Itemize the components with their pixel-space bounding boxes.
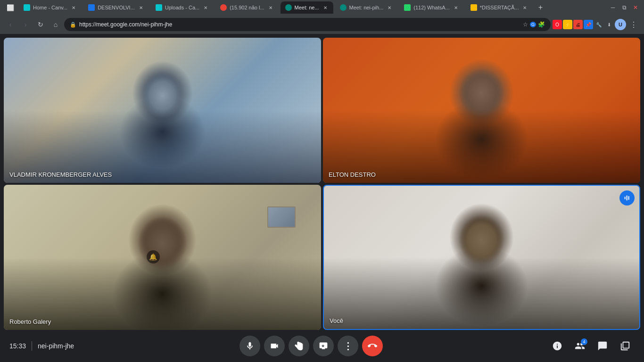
svg-rect-0	[625, 197, 626, 199]
tab-favicon-uploads	[156, 4, 162, 11]
present-button[interactable]	[313, 336, 334, 356]
address-bar[interactable]: 🔒 https://meet.google.com/nei-pihm-jhe ☆…	[64, 18, 551, 31]
participant-name-vladmir: VLADMIR KRONEMBERGER ALVES	[9, 171, 112, 178]
extension-icon[interactable]: G	[530, 22, 536, 27]
video-tile-roberto: 🔔 Roberto Galery	[4, 185, 321, 330]
bottom-center-controls: ⋮	[74, 336, 548, 356]
title-bar: ⬜ Home - Canv... ✕ DESENVOLVI... ✕ Uploa…	[0, 0, 644, 15]
navigation-bar: ‹ › ↻ ⌂ 🔒 https://meet.google.com/nei-pi…	[0, 15, 644, 34]
window-icon: ⬜	[4, 1, 17, 14]
activities-button[interactable]	[616, 337, 635, 355]
video-grid: VLADMIR KRONEMBERGER ALVES ELTON DESTRO …	[0, 34, 644, 330]
raise-hand-button[interactable]	[289, 336, 309, 356]
video-tile-voce: Você	[323, 185, 640, 330]
tab-close-gmail[interactable]: ✕	[267, 4, 274, 11]
tab-uploads[interactable]: Uploads - Ca... ✕	[151, 1, 214, 14]
tab-label-meet: Meet: ne...	[295, 5, 319, 10]
tab-close-uploads[interactable]: ✕	[202, 4, 209, 11]
tab-close-wa[interactable]: ✕	[453, 4, 459, 11]
profile-button[interactable]: U	[615, 19, 626, 30]
tab-favicon-doc	[471, 4, 477, 11]
address-bar-icons: ☆ G 🧩	[523, 21, 545, 28]
chat-button[interactable]	[593, 337, 612, 355]
bottom-left-info: 15:33 nei-pihm-jhe	[9, 341, 74, 351]
end-call-button[interactable]	[362, 336, 383, 356]
people-button[interactable]: 4	[570, 337, 589, 355]
meeting-code: nei-pihm-jhe	[38, 342, 74, 350]
bookmark-icon[interactable]: ☆	[523, 21, 528, 28]
info-button[interactable]	[548, 337, 567, 355]
tab-label-canva: Home - Canv...	[33, 5, 67, 10]
tab-favicon-gmail	[220, 4, 227, 11]
svg-rect-2	[628, 196, 629, 200]
restore-button[interactable]: ⧉	[619, 3, 629, 12]
more-options-button[interactable]: ⋮	[338, 336, 358, 356]
tab-label-gmail: (15.902 não l...	[230, 5, 264, 10]
ext-2[interactable]: 🖨	[573, 20, 583, 29]
tab-label-wa: (112) WhatsA...	[413, 5, 449, 10]
tab-favicon-dev	[88, 4, 95, 11]
close-button[interactable]: ✕	[631, 3, 640, 12]
gradient-overlay-voce	[324, 257, 639, 329]
tab-label-meet2: Meet: nei-pih...	[349, 5, 384, 10]
tab-favicon-meet2	[340, 4, 347, 11]
ext-opera[interactable]: O	[553, 20, 562, 29]
meet-bottom-bar: 15:33 nei-pihm-jhe	[0, 330, 644, 362]
forward-button[interactable]: ›	[19, 18, 32, 31]
tab-favicon-wa	[404, 4, 411, 11]
tab-favicon-meet	[285, 4, 292, 11]
window-controls: ─ ⧉ ✕	[608, 3, 640, 12]
tab-doc[interactable]: *DISSERTAÇÃ... ✕	[466, 1, 533, 14]
tab-meet2[interactable]: Meet: nei-pih... ✕	[335, 1, 398, 14]
tab-wa[interactable]: (112) WhatsA... ✕	[399, 1, 463, 14]
gradient-overlay-roberto	[4, 257, 321, 330]
ext-1[interactable]: ⚡	[563, 20, 572, 29]
tab-favicon-canva	[24, 4, 30, 11]
speaking-icon-voce	[619, 190, 635, 206]
tab-dev[interactable]: DESENVOLVI... ✕	[83, 1, 149, 14]
minimize-button[interactable]: ─	[608, 3, 618, 12]
address-text: https://meet.google.com/nei-pihm-jhe	[79, 21, 520, 28]
tab-label-dev: DESENVOLVI...	[98, 5, 135, 10]
tab-gmail[interactable]: (15.902 não l... ✕	[215, 1, 278, 14]
tab-canva[interactable]: Home - Canv... ✕	[19, 1, 82, 14]
home-button[interactable]: ⌂	[49, 18, 62, 31]
participant-name-voce: Você	[330, 317, 343, 324]
tab-close-dev[interactable]: ✕	[138, 4, 144, 11]
participant-name-roberto: Roberto Galery	[9, 318, 51, 325]
video-tile-elton: ELTON DESTRO	[323, 38, 640, 183]
notification-bell-roberto: 🔔	[147, 250, 160, 263]
puzzle-icon[interactable]: 🧩	[538, 21, 545, 28]
participants-badge: 4	[581, 338, 587, 345]
tab-label-doc: *DISSERTAÇÃ...	[480, 5, 519, 10]
bottom-divider	[32, 341, 32, 351]
reload-button[interactable]: ↻	[34, 18, 47, 31]
camera-button[interactable]	[264, 336, 285, 356]
nav-right-section: O ⚡ 🖨 📌 🔧 ⬇ U ⋮	[553, 18, 640, 31]
participant-name-elton: ELTON DESTRO	[329, 171, 376, 178]
svg-rect-1	[627, 196, 627, 201]
ext-3[interactable]: 📌	[584, 20, 593, 29]
wall-art-roberto	[267, 206, 296, 228]
tab-close-canva[interactable]: ✕	[70, 4, 77, 11]
meeting-time: 15:33	[9, 342, 26, 350]
lock-icon: 🔒	[70, 22, 76, 28]
tab-label-uploads: Uploads - Ca...	[165, 5, 199, 10]
tab-meet-active[interactable]: Meet: ne... ✕	[281, 1, 333, 14]
tab-close-meet2[interactable]: ✕	[386, 4, 393, 11]
tab-close-meet[interactable]: ✕	[322, 4, 329, 11]
tab-close-doc[interactable]: ✕	[521, 4, 528, 11]
new-tab-button[interactable]: +	[535, 2, 546, 13]
ext-5[interactable]: ⬇	[604, 20, 614, 29]
back-button[interactable]: ‹	[4, 18, 17, 31]
more-menu-button[interactable]: ⋮	[627, 18, 640, 31]
bottom-right-icons: 4	[548, 337, 635, 355]
mic-button[interactable]	[239, 336, 260, 356]
video-tile-vladmir: VLADMIR KRONEMBERGER ALVES	[4, 38, 321, 183]
meet-container: VLADMIR KRONEMBERGER ALVES ELTON DESTRO …	[0, 34, 644, 362]
ext-4[interactable]: 🔧	[594, 20, 603, 29]
